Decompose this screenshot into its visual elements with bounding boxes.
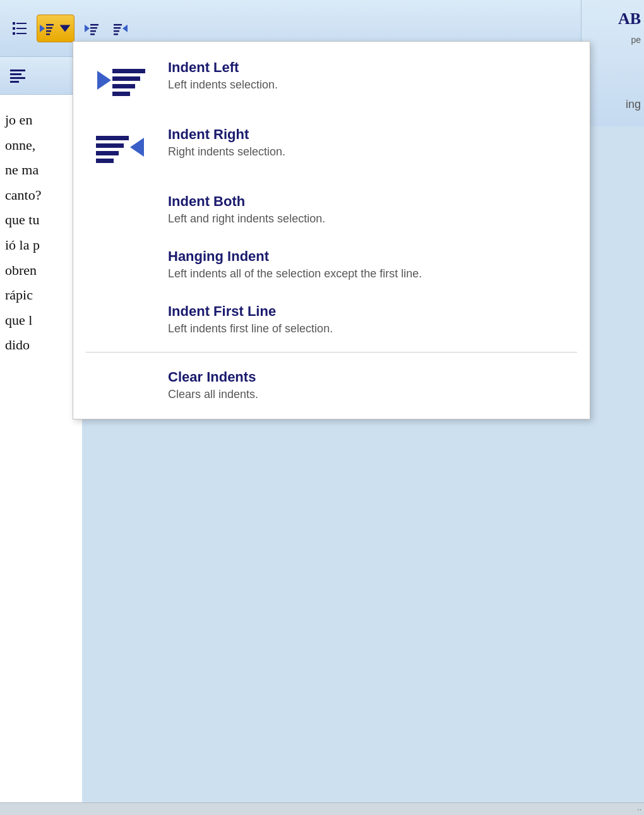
svg-rect-28 (112, 76, 140, 81)
svg-marker-6 (40, 25, 45, 32)
doc-line-9: que l (5, 308, 77, 333)
doc-line-8: rápic (5, 282, 77, 308)
indent-left-button[interactable] (77, 15, 105, 42)
indent-left-desc: Left indents selection. (168, 78, 278, 92)
doc-line-10: dido (5, 332, 77, 358)
svg-rect-34 (96, 151, 119, 155)
document-background: jo en onne, ne ma canto? que tu ió la p … (0, 95, 82, 802)
svg-rect-14 (90, 27, 97, 29)
indent-dropdown-button[interactable] (37, 15, 75, 42)
doc-line-7: obren (5, 258, 77, 283)
hanging-indent-content: Hanging Indent Left indents all of the s… (168, 248, 422, 281)
menu-item-hanging-indent[interactable]: Hanging Indent Left indents all of the s… (73, 237, 590, 292)
svg-rect-32 (96, 136, 129, 140)
svg-marker-31 (130, 138, 144, 157)
indent-right-content: Indent Right Right indents selection. (168, 126, 285, 159)
menu-item-indent-first-line[interactable]: Indent First Line Left indents first lin… (73, 292, 590, 347)
svg-rect-10 (46, 33, 50, 35)
clear-indents-title: Clear Indents (168, 369, 258, 385)
svg-rect-9 (46, 30, 51, 32)
menu-item-indent-both[interactable]: Indent Both Left and right indents selec… (73, 182, 590, 237)
indent-right-desc: Right indents selection. (168, 145, 285, 159)
svg-rect-3 (16, 23, 27, 24)
svg-rect-16 (90, 33, 95, 35)
svg-rect-8 (46, 27, 52, 29)
svg-rect-20 (114, 30, 119, 32)
indent-first-line-content: Indent First Line Left indents first lin… (168, 303, 333, 335)
svg-rect-7 (46, 24, 54, 26)
hanging-indent-desc: Left indents all of the selection except… (168, 267, 422, 281)
scrollbar[interactable]: ·· (0, 802, 644, 815)
list-button[interactable] (6, 15, 34, 42)
doc-line-6: ió la p (5, 232, 77, 258)
doc-line-5: que tu (5, 207, 77, 232)
svg-rect-30 (112, 92, 130, 96)
doc-line-1: jo en (5, 107, 77, 133)
svg-rect-18 (114, 24, 122, 26)
svg-rect-27 (112, 69, 145, 73)
document-text: jo en onne, ne ma canto? que tu ió la p … (0, 95, 82, 370)
svg-rect-13 (90, 24, 98, 26)
indent-both-title: Indent Both (168, 193, 325, 210)
indent-both-desc: Left and right indents selection. (168, 212, 325, 226)
svg-rect-33 (96, 143, 124, 148)
svg-rect-25 (10, 81, 19, 83)
svg-rect-2 (13, 32, 15, 35)
hanging-indent-title: Hanging Indent (168, 248, 422, 265)
svg-rect-21 (114, 33, 118, 35)
indent-first-line-title: Indent First Line (168, 303, 333, 320)
menu-item-indent-right[interactable]: Indent Right Right indents selection. (73, 115, 590, 182)
svg-rect-22 (10, 69, 25, 71)
indent-right-icon (86, 126, 155, 171)
svg-rect-4 (16, 28, 27, 29)
doc-line-2: onne, (5, 133, 77, 158)
toolbar-right: AB pe ing (581, 0, 644, 126)
indent-left-icon (86, 59, 155, 104)
indent-both-content: Indent Both Left and right indents selec… (168, 193, 325, 226)
menu-item-clear-indents[interactable]: Clear Indents Clears all indents. (73, 358, 590, 413)
menu-divider (86, 352, 577, 353)
svg-marker-12 (85, 25, 90, 32)
svg-rect-24 (10, 77, 25, 79)
doc-line-4: canto? (5, 183, 77, 208)
indent-dropdown-menu: Indent Left Left indents selection. Inde… (73, 41, 590, 420)
menu-item-indent-left[interactable]: Indent Left Left indents selection. (73, 48, 590, 115)
svg-rect-35 (96, 159, 114, 163)
toolbar2 (0, 57, 76, 95)
svg-rect-1 (13, 27, 15, 30)
toolbar-right-subtext: pe (631, 35, 641, 45)
svg-rect-15 (90, 30, 96, 32)
svg-marker-11 (60, 25, 71, 32)
toolbar-right-subtext2: ing (626, 98, 641, 111)
indent-right-button[interactable] (107, 15, 135, 42)
indent-left-content: Indent Left Left indents selection. (168, 59, 278, 92)
svg-rect-19 (114, 27, 121, 29)
svg-marker-26 (97, 71, 111, 90)
svg-rect-23 (10, 73, 21, 75)
clear-indents-desc: Clears all indents. (168, 388, 258, 401)
scrollbar-indicator: ·· (637, 805, 641, 814)
toolbar-right-label: AB (618, 9, 641, 28)
clear-indents-content: Clear Indents Clears all indents. (168, 369, 258, 401)
svg-rect-29 (112, 84, 135, 88)
indent-right-title: Indent Right (168, 126, 285, 143)
svg-rect-5 (16, 33, 27, 34)
align-button[interactable] (4, 62, 32, 90)
indent-left-title: Indent Left (168, 59, 278, 76)
svg-rect-0 (13, 22, 15, 25)
svg-marker-17 (122, 25, 128, 32)
doc-line-3: ne ma (5, 157, 77, 183)
indent-first-line-desc: Left indents first line of selection. (168, 322, 333, 335)
